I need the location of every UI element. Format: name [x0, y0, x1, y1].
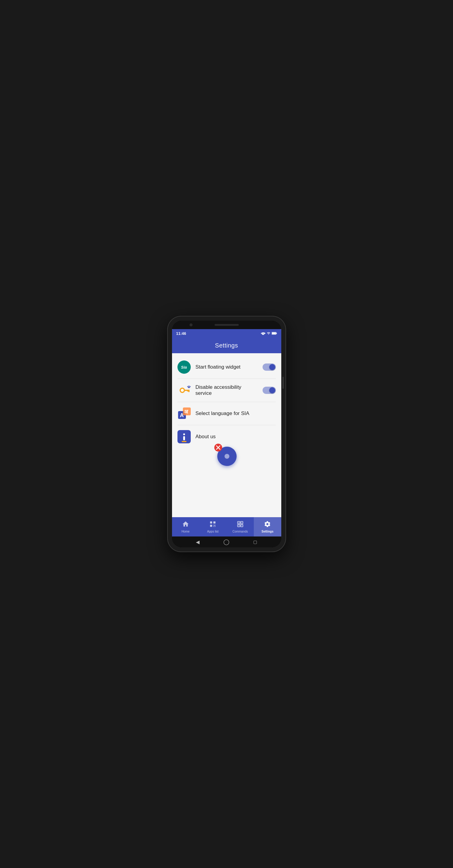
speaker-grille	[215, 324, 239, 326]
svg-rect-1	[276, 333, 277, 334]
app-bar: Settings	[172, 338, 281, 353]
floating-dot	[225, 454, 229, 459]
key-accessibility-icon	[177, 384, 191, 397]
svg-text:अ: अ	[184, 409, 188, 415]
floating-widget-close[interactable]	[214, 444, 222, 452]
toggle-track-floating	[262, 364, 276, 371]
svg-rect-7	[188, 390, 190, 392]
language-svg-icon: A अ	[177, 407, 191, 420]
svg-rect-17	[210, 521, 212, 524]
svg-rect-19	[210, 525, 212, 527]
settings-item-language[interactable]: A अ Select language for SIA	[172, 402, 281, 425]
nav-item-apps-list[interactable]: Apps list	[199, 517, 227, 536]
about-label: About us	[196, 434, 276, 440]
camera-dot	[190, 323, 193, 327]
settings-item-accessibility[interactable]: Disable accessibility service	[172, 379, 281, 402]
settings-nav-icon	[264, 521, 271, 529]
nav-item-home[interactable]: Home	[172, 517, 199, 536]
floating-widget-toggle[interactable]	[262, 364, 276, 371]
settings-item-about[interactable]: About us	[172, 425, 281, 448]
accessibility-toggle[interactable]	[262, 387, 276, 394]
accessibility-label: Disable accessibility service	[196, 384, 258, 396]
battery-icon	[272, 332, 277, 335]
svg-rect-18	[214, 521, 216, 524]
status-time: 11:46	[176, 331, 186, 336]
recents-button[interactable]: ▢	[253, 539, 257, 544]
nav-commands-label: Commands	[232, 530, 248, 533]
svg-rect-2	[272, 333, 276, 334]
svg-rect-6	[187, 390, 188, 392]
bottom-nav: Home Apps list	[172, 517, 281, 536]
svg-rect-15	[183, 436, 185, 440]
toggle-thumb-access	[269, 387, 275, 393]
language-label: Select language for SIA	[196, 410, 276, 416]
settings-item-floating-widget[interactable]: Sia Start floating widget	[172, 355, 281, 378]
nav-settings-label: Settings	[262, 530, 274, 533]
status-icons	[261, 331, 277, 336]
toggle-track-access	[262, 387, 276, 394]
back-button[interactable]: ◀	[196, 539, 199, 545]
about-icon	[177, 430, 191, 443]
nav-item-commands[interactable]: Commands	[227, 517, 254, 536]
apps-list-icon	[209, 521, 217, 529]
side-button	[282, 377, 284, 389]
screen: 11:46	[172, 329, 281, 536]
nav-home-label: Home	[181, 530, 190, 533]
phone-device: 11:46	[168, 316, 285, 552]
content-area: Sia Start floating widget	[172, 353, 281, 517]
svg-point-4	[181, 389, 184, 392]
status-bar: 11:46	[172, 329, 281, 338]
app-bar-title: Settings	[215, 342, 238, 349]
floating-widget-overlay[interactable]	[217, 447, 236, 466]
svg-point-14	[183, 433, 185, 435]
sia-icon-text: Sia	[181, 365, 187, 370]
nav-item-settings[interactable]: Settings	[254, 517, 281, 536]
close-icon	[216, 445, 220, 450]
settings-list: Sia Start floating widget	[172, 353, 281, 451]
toggle-thumb-floating	[269, 364, 275, 370]
system-nav: ◀ ◯ ▢	[172, 536, 281, 547]
commands-icon	[236, 521, 244, 529]
sia-icon: Sia	[177, 361, 191, 374]
phone-screen: 11:46	[172, 321, 281, 547]
signal-icon	[267, 331, 271, 336]
nav-apps-label: Apps list	[207, 530, 219, 533]
svg-rect-16	[182, 441, 187, 442]
home-button[interactable]: ◯	[223, 538, 229, 545]
language-icon: A अ	[177, 407, 191, 420]
floating-widget-label: Start floating widget	[196, 364, 258, 370]
home-icon	[182, 521, 189, 529]
key-icon	[177, 384, 191, 397]
wifi-icon	[261, 332, 265, 335]
phone-top-bar	[172, 321, 281, 329]
about-svg-icon	[177, 430, 191, 443]
